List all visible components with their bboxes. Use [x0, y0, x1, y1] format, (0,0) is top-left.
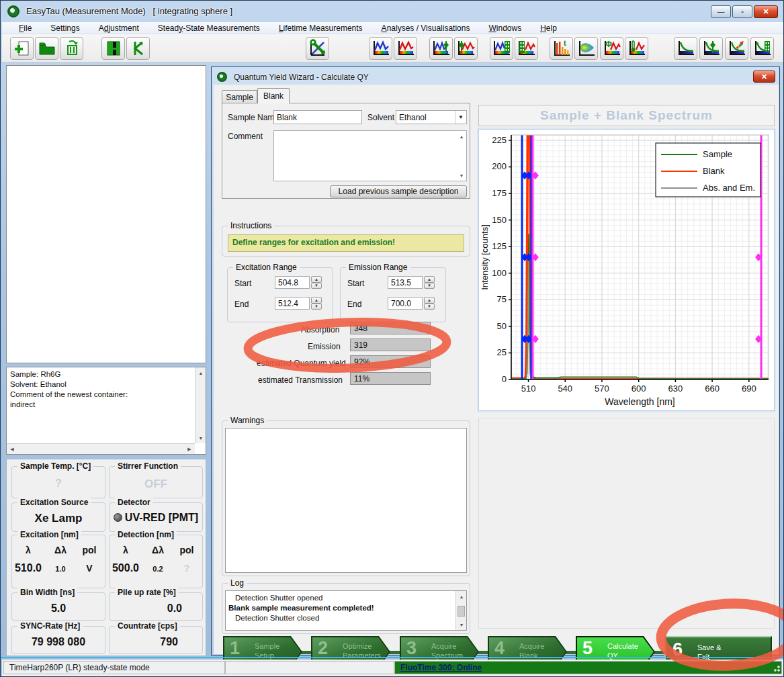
time-resolved-bars-icon[interactable]: t: [550, 37, 573, 60]
minimize-button[interactable]: —: [711, 5, 731, 18]
scroll-up-icon[interactable]: ▲: [456, 591, 467, 602]
menu-adjustment[interactable]: Adjustment: [99, 24, 139, 33]
bin-width-value: 5.0: [12, 602, 105, 615]
log-vscrollbar[interactable]: ▲ ▼: [455, 591, 466, 630]
quantum-yield-spectrum-icon[interactable]: Φ: [600, 37, 623, 60]
emission-spectrum-marker-icon[interactable]: [454, 37, 478, 60]
menu-lifetime-measurements[interactable]: Lifetime Measurements: [279, 24, 363, 33]
decay-icon[interactable]: [674, 37, 697, 60]
y-tick-label: 75: [497, 294, 507, 304]
spin-down-icon[interactable]: ▼: [311, 304, 322, 310]
sample-info-box[interactable]: Sample: Rh6GSolvent: EthanolComment of t…: [6, 367, 206, 455]
detection-pol-value: ?: [174, 563, 200, 574]
detector-panel: Detector UV-RED [PMT]: [109, 502, 203, 532]
start-label: Start: [234, 279, 251, 288]
excitation-start-spinner[interactable]: ▲▼: [311, 276, 322, 289]
spin-down-icon[interactable]: ▼: [424, 283, 435, 289]
temperature-spectrum-icon[interactable]: [625, 37, 648, 60]
sample-info-vscrollbar[interactable]: ▲ ▼: [195, 367, 206, 443]
new-measurement-icon[interactable]: [10, 37, 34, 60]
emission-end-spinner[interactable]: ▲▼: [424, 297, 435, 310]
application-window: EasyTau (Measurement Mode) [ integrating…: [0, 0, 784, 677]
menu-file[interactable]: File: [19, 24, 32, 33]
step-label-line1: Acquire: [431, 642, 456, 650]
x-tick-label: 690: [742, 383, 756, 394]
lambda-header: λ: [110, 545, 142, 555]
status-empty-cell: [225, 661, 394, 674]
stirrer-value: OFF: [110, 478, 202, 491]
menu-help[interactable]: Help: [540, 24, 557, 33]
menu-windows[interactable]: Windows: [488, 24, 521, 33]
scroll-right-icon[interactable]: ▶: [184, 444, 195, 455]
excitation-end-input[interactable]: 512.4: [275, 297, 310, 310]
open-folder-icon[interactable]: [35, 37, 58, 60]
delete-icon[interactable]: [60, 37, 83, 60]
instructions-label: Instructions: [228, 221, 274, 230]
step-number: 1: [230, 639, 240, 658]
absorption-label: Absorption: [301, 325, 339, 334]
emission-spectrum-series-icon[interactable]: [515, 37, 538, 60]
solvent-combobox[interactable]: Ethanol ▼: [396, 110, 467, 124]
spectrum-chart-svg: 0255075100125150175200225510540570600630…: [479, 130, 774, 410]
excitation-spectrum-series-icon[interactable]: [490, 37, 513, 60]
x-tick-label: 570: [595, 383, 609, 394]
scroll-up-icon[interactable]: ▲: [456, 131, 467, 142]
log-group: Log Detection Shutter openedBlank sample…: [222, 583, 470, 634]
decay-wavelength-icon[interactable]: [725, 37, 748, 60]
spin-up-icon[interactable]: ▲: [311, 297, 322, 304]
spin-down-icon[interactable]: ▼: [424, 304, 435, 310]
sample-name-input[interactable]: Blank: [273, 110, 362, 124]
tres-contour-icon[interactable]: [574, 37, 598, 60]
tab-blank[interactable]: Blank: [257, 88, 290, 103]
step-number: 3: [406, 639, 417, 658]
close-button[interactable]: ✕: [754, 5, 778, 18]
excitation-spectrum-icon[interactable]: [369, 37, 392, 60]
emission-start-input[interactable]: 513.5: [388, 276, 423, 289]
decay-marker-icon[interactable]: [699, 37, 723, 60]
estimated-transmission-value: 11%: [350, 372, 431, 385]
decay-series-icon[interactable]: [750, 37, 774, 60]
resize-grip[interactable]: [772, 664, 780, 672]
step-label-line1: Optimize: [343, 642, 372, 650]
sample-chamber-icon[interactable]: [101, 37, 125, 60]
emission-end-input[interactable]: 700.0: [388, 297, 423, 310]
emission-start-spinner[interactable]: ▲▼: [424, 276, 435, 289]
menu-steady-state-measurements[interactable]: Steady-State Measurements: [158, 24, 260, 33]
sample-info-line: Sample: Rh6G: [10, 369, 192, 379]
menu-analyses-visualisations[interactable]: Analyses / Visualisations: [382, 24, 470, 33]
spin-up-icon[interactable]: ▲: [424, 297, 435, 304]
manual-adjust-icon[interactable]: [126, 37, 150, 60]
sync-rate-value: 79 998 080: [12, 636, 105, 648]
spin-up-icon[interactable]: ▲: [311, 276, 322, 283]
step-number: 2: [318, 639, 328, 658]
dialog-close-button[interactable]: ✕: [753, 71, 775, 83]
window-title: EasyTau (Measurement Mode) [ integrating…: [26, 6, 232, 16]
scrollbar-thumb[interactable]: [458, 606, 465, 617]
scroll-up-icon[interactable]: ▲: [195, 367, 206, 378]
excitation-end-spinner[interactable]: ▲▼: [311, 297, 322, 310]
step-label-line2: Spectrum: [431, 651, 463, 660]
spin-down-icon[interactable]: ▼: [311, 283, 322, 289]
emission-spectrum-icon[interactable]: [394, 37, 417, 60]
excitation-start-input[interactable]: 504.8: [275, 276, 310, 289]
scroll-left-icon[interactable]: ◀: [7, 444, 17, 455]
tab-sample[interactable]: Sample: [222, 90, 257, 103]
load-previous-sample-button[interactable]: Load previous sample description: [330, 185, 467, 197]
dialog-body: Sample Blank Sample Name Blank Solvent E…: [214, 85, 779, 654]
chevron-down-icon[interactable]: ▼: [455, 111, 466, 124]
comment-textarea[interactable]: [273, 130, 467, 181]
scroll-down-icon[interactable]: ▼: [456, 170, 467, 181]
workspace-list[interactable]: [6, 65, 206, 363]
maximize-button[interactable]: ▫: [732, 5, 752, 18]
sample-info-hscrollbar[interactable]: ◀ ▶: [7, 443, 195, 454]
scroll-down-icon[interactable]: ▼: [456, 619, 467, 630]
spin-up-icon[interactable]: ▲: [424, 276, 435, 283]
detection-dlambda-value: 0.2: [142, 565, 174, 573]
toolbox-icon[interactable]: [306, 37, 329, 60]
menu-settings[interactable]: Settings: [50, 24, 79, 33]
end-label: End: [234, 300, 249, 309]
y-tick-label: 225: [492, 135, 507, 145]
excitation-spectrum-marker-icon[interactable]: [429, 37, 453, 60]
scroll-down-icon[interactable]: ▼: [195, 433, 206, 443]
dialog-titlebar: Quantum Yield Wizard - Calculate QY ✕: [214, 69, 777, 85]
